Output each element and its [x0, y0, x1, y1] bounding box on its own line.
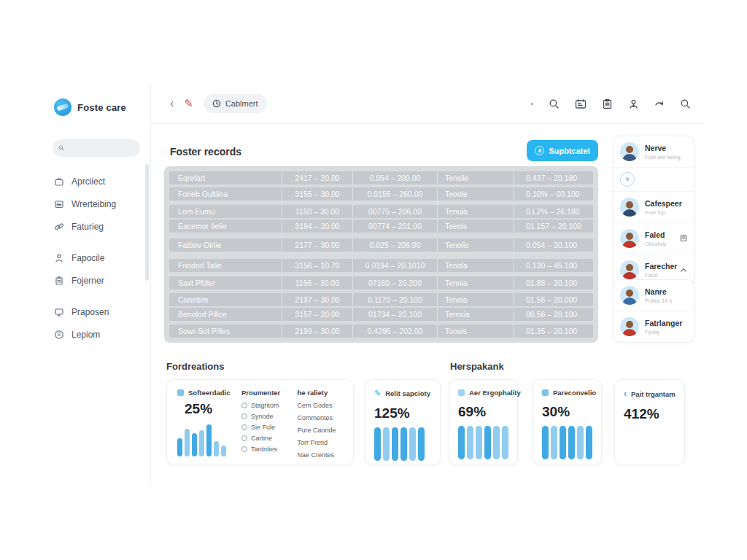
- sidebar-item-label: Fapocile: [71, 253, 104, 263]
- person-icon: [54, 253, 64, 263]
- people-panel: NerveFoer abr being ✳ CafespeerFoer top …: [613, 136, 694, 286]
- chevron-left-icon[interactable]: ‹: [624, 389, 627, 399]
- user-icon[interactable]: [628, 98, 639, 109]
- table-row[interactable]: Forieb Oultlina3155 – 30.000.0155 – 260.…: [169, 187, 593, 201]
- record-range-2: 01734 – 20.100: [353, 308, 438, 321]
- bar-chart: [458, 426, 510, 459]
- list-item-label: Synode: [251, 413, 274, 420]
- person-subtitle: Fynlig: [645, 329, 687, 335]
- radio-icon: [241, 413, 247, 419]
- list-header: Proumenter: [241, 389, 290, 397]
- table-row[interactable]: Lom Eumu1150 – 30.0000775 – 206.00Tenuia…: [169, 205, 593, 218]
- table-row[interactable]: Eqrefart2417 – 20.000.054 – 200.00Tensli…: [169, 171, 593, 184]
- record-range-2: 00774 – 201.00: [353, 219, 438, 233]
- sidebar-item-label: Aprciiect: [71, 176, 105, 187]
- table-row[interactable]: Friodod Talie3156 – 10.700.0194 – 20.101…: [169, 259, 593, 272]
- button-label: Supbtcatel: [549, 147, 589, 155]
- sidebar-item-wrerteibing[interactable]: Wrerteibing: [44, 192, 150, 215]
- chip-label: Cablmert: [225, 99, 258, 108]
- foster-records-table: Eqrefart2417 – 20.000.054 – 200.00Tensli…: [164, 166, 598, 343]
- note-icon[interactable]: [680, 234, 687, 244]
- sidebar-item-label: Faturieg: [71, 222, 104, 232]
- person-row[interactable]: FatrlangerFynlig: [614, 311, 694, 342]
- record-range-2: 0.1170 – 20.100: [353, 293, 438, 306]
- person-row[interactable]: NanrePutles 14 b: [614, 280, 694, 311]
- back-chevron-icon[interactable]: ‹: [170, 98, 174, 109]
- table-row[interactable]: Canetiim2197 – 30.000.1170 – 20.100Tenoi…: [169, 293, 593, 306]
- search-icon: [58, 144, 64, 152]
- list-item[interactable]: Sie Fule: [241, 424, 290, 431]
- person-row[interactable]: CafespeerFoer top: [614, 192, 694, 223]
- people-panel-secondary: NanrePutles 14 b FatrlangerFynlig: [613, 279, 694, 343]
- redo-arrow-icon[interactable]: [654, 99, 665, 108]
- sidebar: Foste care Aprciiect Wrerteibing Faturie…: [44, 84, 151, 485]
- search-icon[interactable]: [549, 98, 560, 109]
- record-status: Tenolis: [438, 238, 514, 252]
- radio-icon: [241, 446, 247, 452]
- recent-chip[interactable]: Cablmert: [204, 94, 267, 113]
- list-item[interactable]: Synode: [241, 413, 290, 420]
- logo-text: Foste care: [77, 102, 126, 113]
- snowflake-badge-icon[interactable]: ✳: [620, 172, 635, 187]
- record-range-2: 0.0155 – 260.00: [353, 187, 438, 201]
- bar-chart: [542, 426, 594, 459]
- sidebar-item-fapocile[interactable]: Fapocile: [44, 246, 150, 269]
- record-range-1: 2177 – 30.00: [282, 238, 353, 252]
- person-subtitle: Fdud: [645, 272, 674, 279]
- sidebar-item-praposen[interactable]: Praposen: [44, 300, 150, 323]
- sidebar-item-fojerner[interactable]: Fojerner: [44, 269, 150, 292]
- section-title-left: Fordreations: [166, 361, 224, 372]
- table-row[interactable]: Eacemor Ilelie3194 – 20.0000774 – 201.00…: [169, 219, 593, 233]
- record-name: Sowr-Sot Pilles: [169, 324, 282, 338]
- record-range-3: 0.10% – 00.100: [514, 187, 593, 201]
- clipboard-icon: [54, 276, 64, 286]
- calendar-icon[interactable]: [575, 98, 587, 109]
- table-row[interactable]: Sowr-Sot Pilles2199 – 30.000.4295 – 202.…: [169, 324, 593, 338]
- list-item-label: Pure Caoride: [298, 427, 347, 434]
- stat-value: 69%: [458, 404, 510, 420]
- record-range-1: 1150 – 30.00: [282, 205, 353, 218]
- person-row[interactable]: FaledOtiushdy: [614, 223, 694, 254]
- search-icon[interactable]: [680, 98, 691, 109]
- button-badge-icon: 8: [535, 146, 544, 155]
- list-item[interactable]: Tantnties: [241, 446, 290, 453]
- card-title: Pait trgantam: [631, 390, 676, 398]
- record-range-1: 2197 – 30.00: [282, 293, 353, 306]
- sidebar-item-aprciiect[interactable]: Aprciiect: [44, 170, 150, 192]
- sidebar-search[interactable]: [53, 139, 140, 157]
- table-row[interactable]: Saxt Pfdler1156 – 30.0007160 – 20.200Ten…: [169, 276, 593, 289]
- search-input[interactable]: [69, 144, 134, 152]
- sidebar-item-lepiom[interactable]: B Lepiom: [44, 323, 150, 346]
- list-item[interactable]: Cartine: [241, 435, 290, 442]
- list-item[interactable]: Stagritom: [241, 402, 290, 409]
- logo: Foste care: [44, 84, 150, 116]
- record-range-1: 3157 – 20.00: [282, 308, 353, 321]
- clipboard-icon[interactable]: [602, 98, 613, 109]
- radio-icon: [241, 402, 247, 408]
- chevron-up-icon[interactable]: [680, 266, 687, 274]
- pen-icon[interactable]: ✎: [184, 97, 193, 110]
- primary-action-button[interactable]: 8 Supbtcatel: [527, 140, 598, 161]
- person-name: Cafespeer: [645, 199, 687, 208]
- radio-icon: [241, 424, 247, 430]
- record-range-3: 0.054 – 30.100: [514, 238, 593, 252]
- page-title: Foster records: [170, 146, 241, 158]
- record-status: Tenslie: [438, 171, 514, 184]
- person-subtitle: Foer top: [645, 209, 687, 216]
- list-item-label: Cartine: [251, 435, 272, 442]
- sidebar-item-faturieg[interactable]: Faturieg: [44, 215, 150, 238]
- bar-chart: [374, 427, 433, 461]
- sidebar-scrollbar[interactable]: [145, 164, 149, 281]
- record-name: Eqrefart: [169, 171, 282, 184]
- record-status: Tenuia: [438, 205, 514, 218]
- section-title-right: Herspakank: [450, 361, 504, 372]
- sidebar-item-label: Lepiom: [71, 330, 100, 340]
- table-row[interactable]: Benolod Pillce3157 – 20.0001734 – 20.100…: [169, 308, 593, 321]
- table-row[interactable]: Fatbov Oirlie2177 – 30.000.025 – 206.00T…: [169, 238, 593, 252]
- topbar: ‹ ✎ Cablmert: [151, 84, 704, 124]
- info-circle-icon: B: [54, 330, 64, 340]
- record-range-2: 0.054 – 200.00: [353, 171, 438, 184]
- person-row[interactable]: NerveFoer abr being: [614, 136, 694, 168]
- list-item-label: Torr Frerid: [298, 439, 347, 446]
- list-item-label: Nae Crentes: [298, 451, 347, 459]
